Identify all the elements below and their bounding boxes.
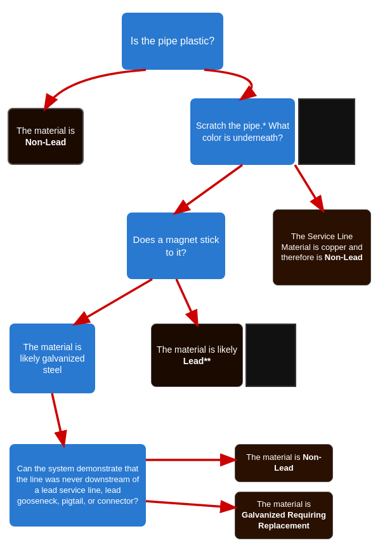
node-magnet-stick: Does a magnet stick to it? [127,213,225,279]
node-non-lead-1: The material is Non-Lead [8,108,84,165]
black-square-2 [245,324,296,387]
node-non-lead-2: The material is Non-Lead [235,444,333,482]
svg-line-1 [295,165,322,209]
black-square-1 [298,98,355,165]
node-scratch-pipe: Scratch the pipe.* What color is underne… [190,98,295,165]
node-likely-lead: The material is likely Lead** [151,324,243,387]
svg-line-6 [146,501,233,507]
node-is-pipe-plastic: Is the pipe plastic? [122,13,223,70]
node-can-system-demonstrate: Can the system demonstrate that the line… [10,444,146,527]
svg-line-4 [52,393,63,444]
node-galvanized-replacement: The material is Galvanized Requiring Rep… [235,492,333,539]
svg-line-0 [176,165,242,213]
svg-line-3 [176,279,197,324]
flowchart: Is the pipe plastic? The material is Non… [0,0,392,550]
node-galvanized-steel: The material is likely galvanized steel [10,324,95,393]
svg-line-2 [76,279,152,324]
node-service-line-copper: The Service Line Material is copper and … [273,209,371,285]
